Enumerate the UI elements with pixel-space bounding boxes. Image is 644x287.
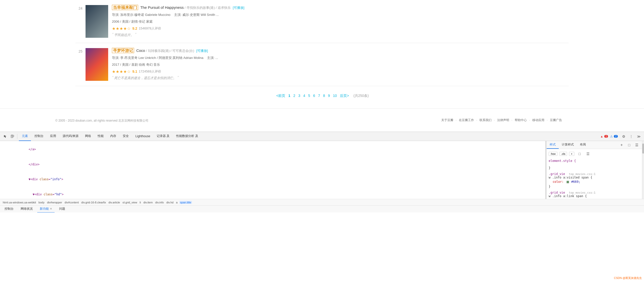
- style-rule-element: element.style { }: [549, 159, 640, 170]
- bottom-tab-issues[interactable]: 问题: [57, 206, 68, 213]
- pagination-next[interactable]: 后页>: [340, 94, 349, 98]
- cursor-icon-btn[interactable]: [2, 133, 9, 140]
- devtools-tab-security[interactable]: 安全: [120, 132, 132, 141]
- dom-line-3[interactable]: ▼<div class="info">: [0, 172, 545, 187]
- devtools-tab-memory[interactable]: 内存: [107, 132, 119, 141]
- movie-title-tw-25: 可可夜总会(台): [172, 49, 194, 53]
- bottom-tab-new-close[interactable]: ✕: [50, 207, 52, 210]
- styles-panel-tabs: 样式 计算样式 布局 + □ ☰: [547, 141, 642, 149]
- grid1-desc-text: w .info a:visited span {: [549, 176, 592, 179]
- styles-tab-computed[interactable]: 计算样式: [559, 141, 577, 149]
- device-icon-btn[interactable]: [9, 133, 16, 140]
- style-rule-grid1: .grid_vie top_movies.css:1 w .info a:vis…: [549, 172, 640, 188]
- styles-tab-styles[interactable]: 样式: [547, 141, 559, 149]
- footer-link-about[interactable]: 关于豆瓣: [441, 118, 453, 122]
- cls-btn[interactable]: .cls: [559, 152, 567, 156]
- element-style-empty: [553, 163, 554, 166]
- devtools-tab-lighthouse[interactable]: Lighthouse: [132, 132, 153, 141]
- movie-stars-25: ★★★★☆: [112, 69, 131, 74]
- pagination-page-6[interactable]: 6: [313, 94, 315, 98]
- grid1-prop-value: #669;: [571, 180, 580, 184]
- style-icon1[interactable]: □: [576, 151, 583, 157]
- footer-link-legal[interactable]: 法律声明: [497, 118, 509, 122]
- devtools-scrollbar[interactable]: [642, 141, 644, 199]
- movie-meta2-24: 2006 / 美国 / 剧情 传记 家庭: [112, 19, 569, 24]
- movie-playable-25[interactable]: [可播放]: [196, 49, 208, 53]
- devtools-tab-network[interactable]: 网络: [82, 132, 94, 141]
- grid1-color-swatch: [567, 180, 571, 184]
- pagination-page-10[interactable]: 10: [333, 94, 337, 98]
- style-icon2[interactable]: ☰: [585, 151, 591, 157]
- settings-icon-btn[interactable]: ⚙: [620, 133, 627, 140]
- footer-link-ads[interactable]: 豆瓣广告: [550, 118, 562, 122]
- breadcrumb-html[interactable]: html.ua-windows.ua-webkit: [2, 201, 37, 204]
- breadcrumb-ol[interactable]: ol.grid_view: [122, 201, 138, 204]
- styles-tab-layout[interactable]: 布局: [577, 141, 589, 149]
- more-icon-btn[interactable]: ⋮: [628, 133, 634, 140]
- devtools-tab-elements[interactable]: 元素: [19, 132, 31, 141]
- devtools-toolbar: 元素 控制台 应用 源代码/来源 网络 性能 内存 安全 Lighthouse …: [0, 132, 644, 141]
- pagination-page-8[interactable]: 8: [323, 94, 325, 98]
- devtools-tab-application[interactable]: 应用: [47, 132, 59, 141]
- style-rule-selector-element: element.style {: [549, 159, 640, 163]
- quote-close-24: ": [135, 32, 136, 37]
- dom-line-1[interactable]: </a>: [0, 142, 545, 157]
- hov-btn[interactable]: :hov: [549, 152, 557, 156]
- devtools-toolbar-right: ▲ 1 ⚠ 2 ⚙ ⋮ ≫: [600, 133, 642, 140]
- devtools-tab-sources[interactable]: 源代码/来源: [60, 132, 82, 141]
- dom-line-2[interactable]: </div>: [0, 157, 545, 172]
- breadcrumb-span-title[interactable]: span.title: [179, 201, 192, 204]
- footer-link-mobile[interactable]: 移动应用: [532, 118, 544, 122]
- breadcrumb-divitem[interactable]: div.item: [143, 201, 153, 204]
- devtools-tab-recorder[interactable]: 记录器 及: [154, 132, 173, 141]
- style-inspect-btn[interactable]: □: [626, 142, 632, 148]
- footer-link-contact[interactable]: 联系我们: [479, 118, 492, 122]
- bottom-tab-network[interactable]: 网络状况: [18, 206, 35, 213]
- pagination-page-1[interactable]: 1: [288, 94, 290, 98]
- bottom-tab-new[interactable]: 新功能 ✕: [37, 206, 55, 213]
- grid2-prop-color: color: #369;: [549, 198, 640, 199]
- movie-rating-25: ★★★★☆ 9.1 1724569人评价: [112, 69, 569, 74]
- dom-line-4[interactable]: ▼<div class="hd">: [0, 187, 545, 199]
- plus-btn[interactable]: +: [569, 152, 574, 156]
- devtools-tab-perf-insights[interactable]: 性能数据分析 及: [173, 132, 201, 141]
- footer-link-help[interactable]: 帮助中心: [515, 118, 527, 122]
- pagination-page-3[interactable]: 3: [298, 94, 300, 98]
- style-toggle-btn[interactable]: ☰: [633, 142, 640, 148]
- pagination: <前页 1 2 3 4 5 6 7 8 9 10 后页> (共250条): [75, 86, 569, 106]
- devtools-tab-console[interactable]: 控制台: [31, 132, 47, 141]
- pagination-prev[interactable]: <前页: [276, 94, 285, 98]
- movie-votes-24: 1546978人评价: [139, 26, 161, 31]
- devtools-tab-performance[interactable]: 性能: [95, 132, 107, 141]
- movie-title-cn-24[interactable]: 当幸福来敲门: [112, 5, 138, 10]
- pagination-page-7[interactable]: 7: [318, 94, 320, 98]
- movie-playable-24[interactable]: [可播放]: [233, 6, 244, 10]
- devtools-bottom-bar: 控制台 网络状况 新功能 ✕ 问题: [0, 205, 644, 212]
- breadcrumb-article[interactable]: div.article: [108, 201, 121, 204]
- movie-title-cn-25[interactable]: 寻梦环游记: [112, 48, 134, 53]
- devtools-scrollbar-thumb[interactable]: [642, 144, 644, 154]
- movie-title-sep-25: /: [146, 49, 148, 53]
- movie-director-24: 导演: 加布里尔·穆奇诺 Gabriele Muccino: [112, 13, 171, 17]
- breadcrumb-body[interactable]: body: [38, 201, 45, 204]
- grid2-prop-value: #369;: [571, 199, 580, 199]
- expand-icon-btn[interactable]: ≫: [635, 133, 642, 140]
- pagination-page-9[interactable]: 9: [328, 94, 330, 98]
- warning-badge: 1: [604, 135, 608, 138]
- bottom-tab-console[interactable]: 控制台: [2, 206, 16, 213]
- pagination-page-5[interactable]: 5: [308, 94, 310, 98]
- movie-title-row-24: 当幸福来敲门 The Pursuit of Happyness / 寻找快乐的故…: [112, 5, 569, 10]
- breadcrumb-a[interactable]: a: [175, 201, 178, 204]
- breadcrumb-divhd[interactable]: div.hd: [166, 201, 174, 204]
- breadcrumb-wrapper[interactable]: div#wrapper: [46, 201, 63, 204]
- footer-link-jobs[interactable]: 在豆瓣工作: [459, 118, 474, 122]
- breadcrumb-content[interactable]: div#content: [64, 201, 79, 204]
- movie-quote-24: " 平民励志片。 ": [112, 32, 569, 37]
- movie-cast-24: 主演: 威尔·史密斯 Will Smith ...: [174, 13, 219, 17]
- pagination-page-2[interactable]: 2: [293, 94, 295, 98]
- style-add-btn[interactable]: +: [618, 142, 625, 148]
- breadcrumb-grid[interactable]: div.grid-16-8.clearfix: [80, 201, 107, 204]
- breadcrumb-li[interactable]: li: [139, 201, 142, 204]
- pagination-page-4[interactable]: 4: [303, 94, 305, 98]
- breadcrumb-divinfo[interactable]: div.info: [154, 201, 165, 204]
